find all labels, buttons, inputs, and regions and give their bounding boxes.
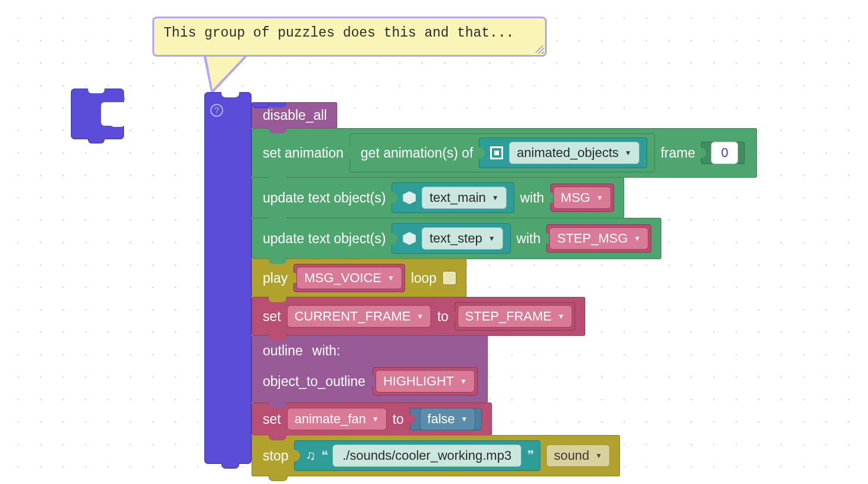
slot-var-msg[interactable]: MSG▼: [550, 184, 614, 212]
label: stop: [263, 448, 288, 464]
label: loop: [411, 270, 436, 286]
block-set-var-animate-fan[interactable]: set animate_fan▼ to false▼: [252, 403, 492, 436]
chevron-down-icon: ▼: [460, 377, 467, 385]
checkbox-loop[interactable]: [442, 271, 456, 285]
slot-sound-path[interactable]: ♫ ❝ ./sounds/cooler_working.mp3 ❞: [294, 440, 540, 471]
label: play: [263, 270, 288, 286]
chevron-down-icon: ▼: [387, 274, 394, 282]
close-quote-icon: ❞: [527, 448, 533, 463]
dropdown-text-step[interactable]: text_step▼: [422, 227, 502, 250]
slot-frame-value[interactable]: 0: [701, 142, 745, 164]
dropdown-var-animate-fan[interactable]: animate_fan▼: [287, 408, 387, 430]
slot-var-highlight[interactable]: HIGHLIGHT▼: [373, 367, 478, 395]
chevron-down-icon: ▼: [372, 415, 379, 423]
label: set: [263, 309, 281, 325]
label: to: [393, 411, 404, 427]
label: disable_all: [263, 107, 327, 123]
dropdown-text-main[interactable]: text_main▼: [422, 187, 506, 209]
chevron-down-icon: ▼: [596, 194, 603, 202]
dropdown-sound[interactable]: sound▼: [546, 444, 610, 467]
text-sound-path[interactable]: ./sounds/cooler_working.mp3: [332, 444, 521, 467]
block-outline[interactable]: outline with: object_to_outline HIGHLIGH…: [252, 335, 488, 403]
slot-var-stepmsg[interactable]: STEP_MSG▼: [546, 224, 651, 253]
label: to: [437, 309, 448, 325]
help-icon[interactable]: ?: [210, 104, 223, 117]
chevron-down-icon: ▼: [488, 234, 495, 243]
chevron-down-icon: ▼: [416, 312, 423, 321]
chevron-down-icon: ▼: [595, 452, 602, 460]
chevron-down-icon: ▼: [625, 149, 632, 157]
dropdown-var-msg[interactable]: MSG▼: [553, 187, 611, 209]
empty-c-block[interactable]: [71, 89, 124, 139]
label: object_to_outline: [263, 374, 366, 390]
main-c-block[interactable]: [204, 92, 252, 464]
block-update-text-step[interactable]: update text object(s) text_step▼ with ST…: [252, 218, 661, 259]
label: with:: [312, 343, 340, 359]
block-play-sound[interactable]: play MSG_VOICE▼ loop: [252, 259, 466, 297]
dropdown-var-current-frame[interactable]: CURRENT_FRAME▼: [287, 305, 432, 328]
comment-tail: [203, 54, 249, 94]
label: frame: [661, 145, 696, 161]
block-set-var-current-frame[interactable]: set CURRENT_FRAME▼ to STEP_FRAME▼: [252, 297, 585, 336]
label: set: [263, 411, 281, 427]
dropdown-var-stepmsg[interactable]: STEP_MSG▼: [549, 227, 648, 250]
dropdown-var-step-frame[interactable]: STEP_FRAME▼: [458, 305, 573, 328]
dropdown-var-highlight[interactable]: HIGHLIGHT▼: [376, 370, 475, 393]
block-stop-sound[interactable]: stop ♫ ❝ ./sounds/cooler_working.mp3 ❞ s…: [252, 435, 620, 476]
slot-var-msgvoice[interactable]: MSG_VOICE▼: [293, 264, 405, 292]
slot-bool[interactable]: false▼: [410, 408, 482, 430]
open-quote-icon: ❝: [321, 448, 327, 463]
label: outline: [263, 343, 303, 359]
label: update text object(s): [263, 190, 386, 206]
label: set animation: [263, 145, 344, 161]
slot-get-animations[interactable]: get animation(s) of animated_objects▼: [350, 133, 655, 172]
label: with: [517, 231, 541, 247]
block-set-animation[interactable]: set animation get animation(s) of animat…: [252, 128, 757, 178]
label: get animation(s) of: [361, 145, 473, 161]
chevron-down-icon: ▼: [634, 234, 641, 243]
comment-bubble[interactable]: This group of puzzles does this and that…: [152, 17, 547, 57]
block-update-text-main[interactable]: update text object(s) text_main▼ with MS…: [252, 177, 624, 218]
cube-icon: [403, 191, 416, 204]
slot-var-step-frame[interactable]: STEP_FRAME▼: [455, 302, 576, 331]
dropdown-animated-objects[interactable]: animated_objects▼: [509, 142, 639, 164]
cube-icon: [403, 232, 416, 245]
target-icon: [490, 146, 503, 159]
chevron-down-icon: ▼: [492, 194, 499, 202]
slot-text-object[interactable]: text_main▼: [391, 182, 514, 213]
label: with: [520, 190, 544, 206]
slot-text-object[interactable]: text_step▼: [391, 223, 510, 254]
input-frame[interactable]: 0: [711, 142, 738, 164]
music-note-icon: ♫: [305, 448, 315, 463]
label: update text object(s): [263, 231, 386, 247]
block-stack: disable_all set animation get animation(…: [252, 103, 757, 476]
comment-text[interactable]: This group of puzzles does this and that…: [164, 25, 514, 41]
chevron-down-icon: ▼: [461, 415, 468, 423]
slot-object[interactable]: animated_objects▼: [479, 138, 647, 168]
resize-handle-icon[interactable]: [536, 45, 544, 54]
chevron-down-icon: ▼: [557, 312, 564, 321]
dropdown-var-msgvoice[interactable]: MSG_VOICE▼: [296, 267, 402, 289]
dropdown-bool-false[interactable]: false▼: [420, 408, 475, 430]
